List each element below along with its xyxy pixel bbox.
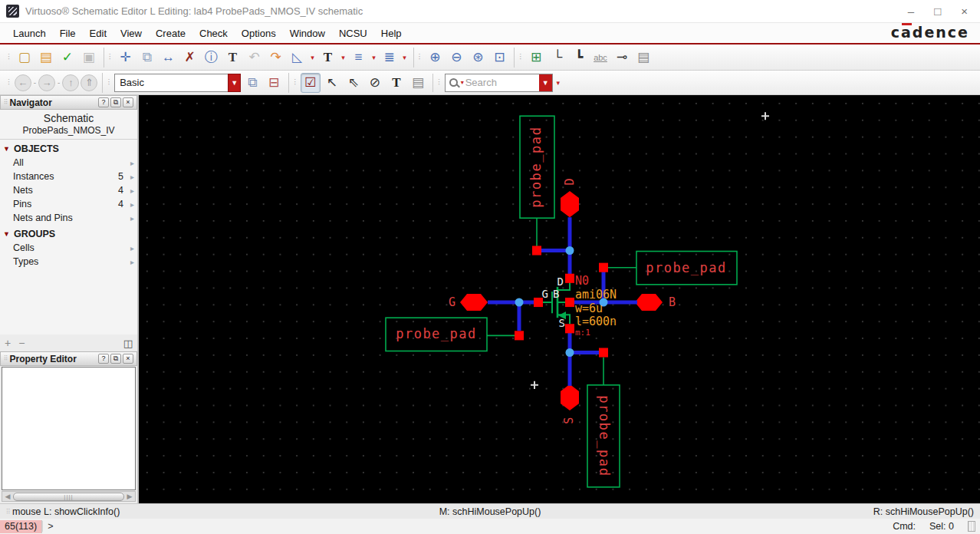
menu-edit[interactable]: Edit <box>83 25 113 41</box>
menu-file[interactable]: File <box>53 25 83 41</box>
property-editor-help-button[interactable]: ? <box>98 354 109 364</box>
stretch-button[interactable]: ↔ <box>159 48 179 68</box>
rotate-button[interactable]: ◺ <box>288 48 307 68</box>
revert-workspace-button[interactable]: ⊟ <box>264 73 284 93</box>
property-editor-body[interactable] <box>2 367 136 490</box>
mode-single-select-button[interactable]: ⇖ <box>344 73 363 93</box>
menu-view[interactable]: View <box>113 25 149 41</box>
navigator-item-pins[interactable]: Pins 4 ▸ <box>0 197 137 211</box>
chevron-right-icon[interactable]: ▸ <box>123 186 134 195</box>
mode-query-button[interactable]: ▤ <box>408 73 428 93</box>
chevron-right-icon[interactable]: ▸ <box>123 159 134 167</box>
pin-S[interactable]: S <box>561 384 579 424</box>
move-button[interactable]: ✛ <box>116 48 136 68</box>
history-counter[interactable]: 65(113) <box>0 520 42 533</box>
property-editor-float-button[interactable]: ⧉ <box>110 354 121 364</box>
align-dropdown-icon[interactable]: ▾ <box>370 54 378 61</box>
menu-options[interactable]: Options <box>235 25 283 41</box>
mode-deselect-button[interactable]: ⊘ <box>365 73 385 93</box>
navigator-item-nets[interactable]: Nets 4 ▸ <box>0 183 137 197</box>
search-scope-dropdown-icon[interactable]: ▾ <box>459 79 465 86</box>
text-orientation-dropdown-icon[interactable]: ▾ <box>340 54 347 61</box>
up-hierarchy-button[interactable]: ↑ <box>62 74 79 91</box>
menu-check[interactable]: Check <box>192 25 235 41</box>
property-editor-hscrollbar[interactable]: ◀ |||| ▶ <box>2 491 136 502</box>
create-wire-button[interactable]: └ <box>548 48 567 68</box>
scrollbar-thumb[interactable]: |||| <box>13 493 124 501</box>
mode-text-select-button[interactable]: T <box>386 73 406 93</box>
pin-G[interactable]: G <box>449 294 488 311</box>
zoom-area-button[interactable]: ⊡ <box>489 48 509 68</box>
workspace-combobox[interactable]: Basic ▼ <box>114 74 241 92</box>
navigator-item-instances[interactable]: Instances 5 ▸ <box>0 170 137 183</box>
distribute-button[interactable]: ≣ <box>380 48 400 68</box>
chevron-right-icon[interactable]: ▸ <box>123 258 134 266</box>
navigator-item-nets-and-pins[interactable]: Nets and Pins ▸ <box>0 211 137 225</box>
panel-grip[interactable]: ⫶⫶ <box>4 98 8 107</box>
save-button[interactable]: ✓ <box>58 48 77 68</box>
open-file-button[interactable]: ▤ <box>36 48 56 68</box>
menu-window[interactable]: Window <box>283 25 332 41</box>
delete-button[interactable]: ✗ <box>180 48 200 68</box>
workspace-value[interactable]: Basic <box>114 74 228 92</box>
save-workspace-button[interactable]: ⧉ <box>242 73 262 93</box>
navigator-help-button[interactable]: ? <box>98 97 109 107</box>
top-hierarchy-button[interactable]: ⇑ <box>81 74 97 91</box>
cli-prompt[interactable]: > <box>42 521 58 532</box>
distribute-dropdown-icon[interactable]: ▾ <box>401 54 409 61</box>
cmd-label: Cmd: <box>893 521 916 532</box>
resize-grip[interactable] <box>968 521 975 532</box>
query-properties-button[interactable]: ⓘ <box>202 48 222 68</box>
menu-help[interactable]: Help <box>374 25 409 41</box>
app-icon <box>6 5 19 18</box>
menu-create[interactable]: Create <box>149 25 192 41</box>
copy-button[interactable]: ⧉ <box>137 48 157 68</box>
scroll-right-icon[interactable]: ▶ <box>124 492 135 501</box>
columns-icon[interactable]: ◫ <box>123 338 133 349</box>
chevron-right-icon[interactable]: ▸ <box>123 214 134 222</box>
zoom-fit-button[interactable]: ⊛ <box>468 48 488 68</box>
zoom-in-button[interactable]: ⊕ <box>425 48 445 68</box>
close-button[interactable]: × <box>961 5 968 17</box>
chevron-right-icon[interactable]: ▸ <box>123 200 134 209</box>
scroll-left-icon[interactable]: ◀ <box>2 492 13 501</box>
remove-button[interactable]: − <box>18 337 25 349</box>
rotate-dropdown-icon[interactable]: ▾ <box>309 54 317 61</box>
panel-grip[interactable]: ⫶⫶ <box>4 354 8 363</box>
text-orientation-button[interactable]: T <box>318 48 338 68</box>
chevron-right-icon[interactable]: ▸ <box>123 244 134 252</box>
create-instance-button[interactable]: ⊞ <box>526 48 546 68</box>
zoom-out-button[interactable]: ⊖ <box>446 48 466 68</box>
navigator-item-cells[interactable]: Cells ▸ <box>0 241 137 255</box>
add-button[interactable]: + <box>5 337 11 349</box>
edit-labels-button[interactable]: T <box>223 48 243 68</box>
create-label-button[interactable]: abc <box>590 48 610 68</box>
workspace-dropdown-icon[interactable]: ▼ <box>228 74 241 92</box>
minimize-button[interactable]: – <box>908 5 914 17</box>
navigator-section-objects[interactable]: ▼ OBJECTS <box>0 140 137 156</box>
create-pin-button[interactable]: ⊸ <box>612 48 632 68</box>
navigator-section-groups[interactable]: ▼ GROUPS <box>0 225 137 241</box>
schematic-canvas[interactable]: probe_pad D G B S <box>139 95 980 503</box>
mode-partial-select-button[interactable]: ↖ <box>322 73 342 93</box>
align-button[interactable]: ≡ <box>349 48 369 68</box>
pin-D[interactable]: D <box>561 178 579 217</box>
pin-B[interactable]: B <box>635 294 676 311</box>
search-go-icon[interactable]: ▼ <box>539 74 552 91</box>
property-editor-close-button[interactable]: × <box>123 354 133 364</box>
menu-ncsu[interactable]: NCSU <box>332 25 374 41</box>
search-options-dropdown-icon[interactable]: ▾ <box>554 79 562 87</box>
navigator-close-button[interactable]: × <box>123 97 133 107</box>
navigator-item-all[interactable]: All ▸ <box>0 156 137 170</box>
chevron-right-icon[interactable]: ▸ <box>123 173 134 181</box>
navigator-float-button[interactable]: ⧉ <box>110 97 121 107</box>
mode-full-select-button[interactable]: ☑ <box>301 73 321 93</box>
navigator-item-types[interactable]: Types ▸ <box>0 255 137 269</box>
redo-button[interactable]: ↷ <box>266 48 286 68</box>
object-properties-button[interactable]: ▤ <box>633 48 653 68</box>
search-input[interactable] <box>465 77 539 88</box>
new-file-button[interactable]: ▢ <box>15 48 35 68</box>
menu-launch[interactable]: Launch <box>6 25 53 41</box>
create-wide-wire-button[interactable]: ┗ <box>569 48 589 68</box>
maximize-button[interactable]: □ <box>934 5 941 17</box>
